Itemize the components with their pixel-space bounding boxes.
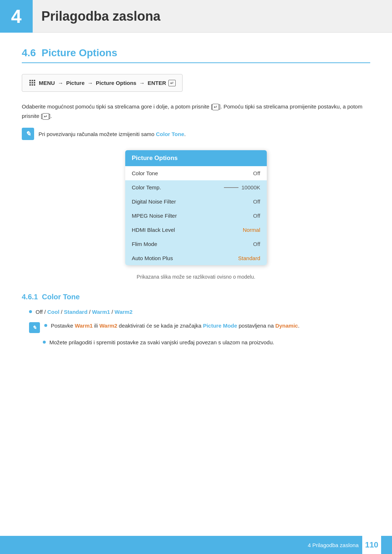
bullet-list: Off / Cool / Standard / Warm1 / Warm2 — [29, 308, 370, 316]
dialog-row-auto-motion[interactable]: Auto Motion Plus Standard — [125, 251, 267, 265]
color-temp-line — [224, 187, 238, 188]
body-paragraph-1: Odaberite mogućnost pomoću tipki sa stre… — [22, 102, 370, 120]
dialog-value-flim-mode: Off — [253, 241, 260, 247]
list-item-options: Off / Cool / Standard / Warm1 / Warm2 — [29, 308, 370, 316]
nav-path: MENU → Picture → Picture Options → ENTER… — [22, 74, 183, 92]
svg-rect-2 — [34, 80, 35, 81]
footer-text: 4 Prilagodba zaslona — [308, 542, 359, 548]
dialog-row-digital-noise[interactable]: Digital Noise Filter Off — [125, 194, 267, 209]
enter-icon-inline: ↵ — [212, 104, 219, 110]
bullet-text-1: Off / Cool / Standard / Warm1 / Warm2 — [36, 308, 132, 316]
bullet-list-2: Možete prilagoditi i spremiti postavke z… — [43, 338, 370, 347]
standard-highlight: Standard — [64, 309, 87, 315]
note-bullet-row-1: ✎ Postavke Warm1 ili Warm2 deaktivirati … — [29, 321, 370, 333]
nav-enter-label: ENTER — [148, 80, 166, 86]
note-bullet-text-1: Postavke Warm1 ili Warm2 deaktivirati će… — [51, 321, 299, 330]
page-number: 110 — [362, 536, 381, 554]
bullet-dot-note-1 — [44, 324, 47, 327]
svg-rect-6 — [29, 84, 31, 86]
subsection-heading: 4.6.1 Color Tone — [22, 293, 370, 301]
main-content: 4.6 Picture Options MENU → Picture → Pic… — [0, 33, 392, 374]
dialog-row-flim-mode[interactable]: Flim Mode Off — [125, 237, 267, 251]
subsection-title: Color Tone — [42, 293, 80, 301]
note-box: ✎ Pri povezivanju računala možete izmije… — [22, 128, 370, 140]
note-picture-mode: Picture Mode — [203, 323, 237, 329]
dialog-label-flim-mode: Flim Mode — [132, 241, 157, 247]
note-dynamic: Dynamic — [275, 323, 298, 329]
dialog-container: Picture Options Color Tone Off Color Tem… — [22, 150, 370, 265]
dialog-row-mpeg-noise[interactable]: MPEG Noise Filter Off — [125, 209, 267, 223]
dialog-row-color-tone[interactable]: Color Tone Off — [125, 166, 267, 180]
svg-rect-3 — [29, 82, 31, 83]
dialog-row-color-temp[interactable]: Color Temp. 10000K — [125, 180, 267, 194]
section-number: 4.6 — [22, 47, 36, 58]
nav-picture-options-label: Picture Options — [96, 80, 136, 86]
svg-rect-0 — [29, 80, 31, 81]
subsection-number: 4.6.1 — [22, 293, 38, 301]
nav-picture-label: Picture — [66, 80, 85, 86]
dialog-value-mpeg-noise: Off — [253, 213, 260, 219]
dialog-row-hdmi-black[interactable]: HDMI Black Level Normal — [125, 223, 267, 237]
chapter-header: 4 Prilagodba zaslona — [0, 0, 392, 33]
svg-rect-7 — [32, 84, 33, 86]
dialog-label-color-temp: Color Temp. — [132, 184, 161, 190]
bullet-dot-1 — [29, 310, 32, 313]
dialog-value-auto-motion: Standard — [238, 255, 260, 261]
note-warm2: Warm2 — [99, 323, 117, 329]
note-icon: ✎ — [22, 128, 34, 140]
svg-rect-4 — [32, 82, 33, 83]
dialog-label-mpeg-noise: MPEG Noise Filter — [132, 213, 177, 219]
warm2-highlight: Warm2 — [115, 309, 132, 315]
section-title: Picture Options — [42, 47, 117, 58]
note-bullet-icon-1: ✎ — [29, 322, 40, 333]
menu-tv-icon — [29, 79, 36, 87]
dialog-label-hdmi-black: HDMI Black Level — [132, 227, 175, 233]
dialog-value-color-tone: Off — [253, 170, 260, 176]
cool-highlight: Cool — [47, 309, 59, 315]
dialog-label-digital-noise: Digital Noise Filter — [132, 198, 176, 205]
dialog-caption: Prikazana slika može se razlikovati ovis… — [22, 274, 370, 280]
note-warm1: Warm1 — [75, 323, 93, 329]
dialog-box: Picture Options Color Tone Off Color Tem… — [125, 150, 267, 265]
nav-menu-label: MENU — [39, 80, 55, 86]
dialog-value-color-temp: 10000K — [241, 184, 260, 190]
nav-arrow-2: → — [87, 80, 93, 86]
list-item-2: Možete prilagoditi i spremiti postavke z… — [43, 338, 370, 347]
section-heading: 4.6 Picture Options — [22, 47, 370, 63]
dialog-label-color-tone: Color Tone — [132, 170, 158, 176]
dialog-label-auto-motion: Auto Motion Plus — [132, 255, 173, 261]
nav-arrow-3: → — [139, 80, 145, 86]
svg-rect-5 — [34, 82, 35, 83]
svg-rect-8 — [34, 84, 35, 86]
dialog-value-color-temp-container: 10000K — [224, 184, 260, 190]
warm1-highlight: Warm1 — [92, 309, 110, 315]
page-footer: 4 Prilagodba zaslona 110 — [0, 536, 392, 554]
note-text: Pri povezivanju računala možete izmijeni… — [38, 128, 186, 139]
svg-rect-1 — [32, 80, 33, 81]
note-color-tone-highlight: Color Tone — [156, 131, 184, 137]
dialog-value-hdmi-black: Normal — [243, 227, 260, 233]
chapter-title: Prilagodba zaslona — [33, 9, 160, 24]
enter-icon-inline-2: ↵ — [42, 113, 49, 120]
nav-arrow-1: → — [58, 80, 63, 86]
bullet-text-2: Možete prilagoditi i spremiti postavke z… — [49, 338, 274, 347]
chapter-number: 4 — [0, 0, 33, 33]
dialog-value-digital-noise: Off — [253, 198, 260, 205]
bullet-dot-2 — [43, 341, 46, 344]
enter-icon: ↵ — [168, 80, 176, 86]
dialog-title-bar: Picture Options — [125, 150, 267, 166]
